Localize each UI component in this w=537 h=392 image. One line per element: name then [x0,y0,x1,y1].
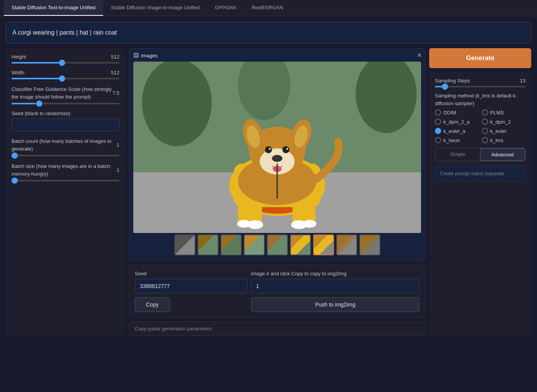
push-btn-row: Push to img2img [251,297,420,312]
svg-point-2 [142,62,212,146]
radio-keulera[interactable]: k_euler_a [435,128,479,134]
radio-klms-circle [482,137,488,143]
svg-point-28 [302,220,316,228]
img2img-value-input[interactable] [251,279,420,293]
cfg-value: 7.5 [112,90,119,96]
batch-count-label: Batch count (how many batches of images … [12,137,117,152]
sampling-method-control: Sampling method (k_lms is default k-diff… [435,92,525,143]
close-button[interactable]: ✕ [417,52,422,59]
thumbnail-7[interactable] [313,235,334,255]
tab-realesrgan[interactable]: RealESRGAN [244,0,291,16]
tabs-bar: Stable Diffusion Text-to-Image Unified S… [0,0,537,16]
radio-plms[interactable]: PLMS [482,109,526,116]
tab-gfpgan[interactable]: GFPGAN [207,0,244,16]
tab-img2img[interactable]: Stable Diffusion Image-to-Image Unified [103,0,207,16]
radio-kdpm2a[interactable]: k_dpm_2_a [435,119,479,125]
batch-size-label: Batch size (how many images are in a bat… [12,162,117,178]
cfg-scale-control: Classifier Free Guidance Scale (how stro… [12,85,119,104]
radio-keulera-label: k_euler_a [443,128,465,134]
radio-keuler-circle [482,128,488,134]
radio-kdpm2a-label: k_dpm_2_a [443,119,470,125]
generate-button[interactable]: Generate [429,48,531,68]
svg-point-11 [272,155,282,162]
width-control: Width 512 [12,70,119,79]
thumbnail-9[interactable] [359,235,380,255]
prompt-input[interactable] [6,22,531,44]
sampling-steps-control: Sampling Steps 13 [435,78,525,87]
height-header: Height 512 [12,54,119,60]
main-content: Height 512 Width 512 Classifier Free Gui… [0,16,537,342]
radio-kdpm2-label: k_dpm_2 [490,119,511,125]
thumbnail-3[interactable] [221,235,242,255]
batch-count-slider[interactable] [12,155,119,156]
image-header: 🖼 Images [133,52,421,59]
svg-point-13 [282,146,289,153]
height-value: 512 [111,54,119,60]
seed-section: Seed Copy [135,271,247,312]
radio-klms[interactable]: k_lms [482,137,526,143]
batch-count-control: Batch count (how many batches of images … [12,137,119,156]
thumbnail-6[interactable] [290,235,311,255]
seed-section-label: Seed [135,271,247,276]
width-slider[interactable] [12,78,119,79]
batch-size-value: 1 [117,167,119,173]
thumbnails-row [133,233,421,257]
seed-copy-row: Seed Copy Image # and click Copy to copy… [129,265,425,318]
radio-plms-circle [482,109,488,116]
radio-keuler[interactable]: k_euler [482,128,526,134]
batch-count-header: Batch count (how many batches of images … [12,137,119,152]
cfg-label: Classifier Free Guidance Scale (how stro… [12,85,112,101]
thumbnail-2[interactable] [198,235,218,255]
radio-grid: DDIM PLMS k_dpm_2_a k_dpm_2 [435,109,525,143]
seed-input[interactable] [12,119,119,131]
thumbnail-1[interactable] [175,235,195,255]
svg-point-14 [269,148,271,150]
batch-size-header: Batch size (how many images are in a bat… [12,162,119,178]
thumbnail-4[interactable] [244,235,265,255]
seed-control: Seed (blank to randomize) [12,111,119,131]
copy-paste-params: Copy-paste generation parameters [129,322,425,336]
image-container: 🖼 Images ✕ [129,48,425,261]
batch-size-slider[interactable] [12,180,119,181]
right-settings: Sampling Steps 13 Sampling method (k_lms… [429,72,531,336]
width-label: Width [12,70,24,75]
right-panel: Generate Sampling Steps 13 Sampling meth… [429,48,531,336]
sampling-steps-slider[interactable] [435,86,525,87]
thumbnail-8[interactable] [336,235,357,255]
height-slider[interactable] [12,62,119,64]
sampling-steps-value: 13 [520,78,525,84]
svg-point-12 [265,146,272,153]
copy-button[interactable]: Copy [135,297,170,312]
corgi-svg [133,62,421,233]
batch-size-control: Batch size (how many images are in a bat… [12,162,119,181]
center-panel: 🖼 Images ✕ [129,48,425,336]
sampling-steps-label: Sampling Steps [435,78,470,84]
simple-tab[interactable]: Simple [435,148,480,161]
radio-kdpm2[interactable]: k_dpm_2 [482,119,526,125]
main-image [133,62,421,233]
thumbnail-5[interactable] [267,235,288,255]
width-header: Width 512 [12,70,119,75]
radio-kdpm2a-circle [435,119,441,125]
seed-value-input[interactable] [135,279,247,293]
radio-ddim-circle [435,109,441,116]
radio-plms-label: PLMS [490,110,504,116]
radio-kheun[interactable]: k_heun [435,137,479,143]
images-tab-label: Images [141,53,158,59]
svg-point-27 [237,220,251,228]
radio-ddim-label: DDIM [443,110,456,116]
radio-ddim[interactable]: DDIM [435,109,479,116]
create-prompt-box: Create prompt matrix (separate [435,166,525,181]
radio-kheun-label: k_heun [443,137,460,143]
sampling-steps-header: Sampling Steps 13 [435,78,525,84]
height-control: Height 512 [12,54,119,64]
radio-keuler-label: k_euler [490,128,507,134]
batch-count-value: 1 [117,142,119,148]
radio-kdpm2-circle [482,119,488,125]
advanced-tab[interactable]: Advanced [480,148,525,161]
tab-txt2img[interactable]: Stable Diffusion Text-to-Image Unified [4,0,103,16]
cfg-slider[interactable] [12,103,119,104]
radio-klms-label: k_lms [490,137,503,143]
push-img2img-button[interactable]: Push to img2img [251,297,420,312]
svg-point-15 [286,148,288,150]
